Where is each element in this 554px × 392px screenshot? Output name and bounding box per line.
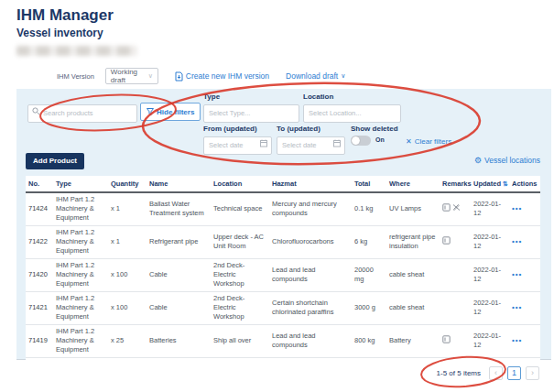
cell-where: Battery <box>386 324 440 357</box>
ihm-version-selected: Working draft <box>111 68 148 84</box>
document-download-icon <box>175 71 183 82</box>
table-row: 71419 IHM Part 1.2 Machinery & Equipment… <box>26 324 540 357</box>
gear-icon: ⚙ <box>474 157 482 165</box>
cell-updated: 2022-01-12 <box>471 291 509 324</box>
note-icon[interactable] <box>442 205 452 213</box>
cell-updated: 2022-01-12 <box>471 225 509 258</box>
note-icon[interactable] <box>442 337 452 345</box>
ihm-manager-page: { "page": { "title": "IHM Manager", "sub… <box>0 0 554 392</box>
cell-no: 71424 <box>26 192 53 225</box>
cell-name: Batteries <box>147 324 211 357</box>
cell-hazmat: Lead and lead compounds <box>269 324 352 357</box>
pencil-slash-icon[interactable] <box>452 205 462 213</box>
page-subtitle: Vessel inventory <box>16 27 103 39</box>
cell-location: 2nd Deck- Electric Workshop <box>211 291 269 324</box>
header-name: Name <box>147 176 211 192</box>
cell-location: 2nd Deck- Electric Workshop <box>211 258 269 291</box>
pagination: 1-5 of 5 items ‹ 1 › <box>437 366 539 380</box>
cell-remarks <box>440 192 471 225</box>
cell-no: 71422 <box>26 225 53 258</box>
table-row: 71420 IHM Part 1.2 Machinery & Equipment… <box>26 258 540 291</box>
inventory-table-card: No. Type Quantity Name Location Hazmat T… <box>26 176 540 360</box>
inventory-table: No. Type Quantity Name Location Hazmat T… <box>26 176 540 358</box>
cell-where: cable sheat <box>386 291 440 324</box>
table-body: 71424 IHM Part 1.2 Machinery & Equipment… <box>26 192 540 357</box>
type-filter <box>203 103 299 121</box>
cell-no: 71419 <box>26 324 53 357</box>
toggle-knob <box>352 136 360 145</box>
create-new-version-link[interactable]: Create new IHM version <box>175 71 269 82</box>
to-date-input[interactable] <box>277 136 345 155</box>
to-date-field <box>277 135 345 153</box>
sort-icon[interactable]: ⇅ <box>503 180 508 187</box>
chevron-down-icon: ∨ <box>341 72 345 80</box>
table-row: 71424 IHM Part 1.2 Machinery & Equipment… <box>26 192 540 225</box>
version-bar: IHM Version Working draft ∨ Create new I… <box>57 68 345 84</box>
table-header-row: No. Type Quantity Name Location Hazmat T… <box>26 176 540 192</box>
from-date-field <box>203 135 272 153</box>
table-row: 71422 IHM Part 1.2 Machinery & Equipment… <box>26 225 540 258</box>
location-filter-input[interactable] <box>303 104 401 123</box>
clear-filters-link[interactable]: ✕ Clear filters <box>406 137 451 146</box>
cell-quantity: x 100 <box>108 258 147 291</box>
header-no: No. <box>26 176 53 192</box>
row-actions-button[interactable]: ••• <box>509 192 540 225</box>
cell-total: 3000 g <box>352 291 386 324</box>
table-row: 71421 IHM Part 1.2 Machinery & Equipment… <box>26 291 540 324</box>
header-updated[interactable]: Updated ⇅ <box>471 176 509 192</box>
type-filter-input[interactable] <box>203 104 299 123</box>
cell-quantity: x 1 <box>108 192 147 225</box>
cell-remarks <box>440 324 471 357</box>
type-filter-label: Type <box>203 93 220 101</box>
content-section: Hide filters Type Location From (updated… <box>16 89 551 360</box>
header-remarks: Remarks <box>440 176 471 192</box>
cell-quantity: x 100 <box>108 291 147 324</box>
cell-remarks <box>440 258 471 291</box>
cell-type: IHM Part 1.2 Machinery & Equipment <box>53 258 108 291</box>
search-input[interactable] <box>27 104 137 123</box>
cell-updated: 2022-01-12 <box>471 258 509 291</box>
cell-remarks <box>440 291 471 324</box>
add-product-button[interactable]: Add Product <box>26 153 84 169</box>
search-box <box>27 103 137 121</box>
row-actions-button[interactable]: ••• <box>509 291 540 324</box>
cell-name: Cable <box>147 258 211 291</box>
pagination-prev-button[interactable]: ‹ <box>489 366 503 380</box>
download-draft-link[interactable]: Download draft ∨ <box>286 71 345 81</box>
header-type: Type <box>53 176 108 192</box>
cell-no: 71420 <box>26 258 53 291</box>
cell-updated: 2022-01-12 <box>471 324 509 357</box>
redacted-vessel-name <box>16 46 137 56</box>
note-icon[interactable] <box>442 238 452 246</box>
page-title: IHM Manager <box>16 6 114 25</box>
filter-funnel-icon <box>147 108 154 115</box>
cell-name: Refrigerant pipe <box>147 225 211 258</box>
ihm-version-select[interactable]: Working draft ∨ <box>105 68 158 84</box>
header-actions: Actions <box>509 176 540 192</box>
location-filter-label: Location <box>303 93 333 101</box>
cell-location: Technical space <box>211 192 269 225</box>
to-date-label: To (updated) <box>277 125 320 133</box>
chevron-down-icon: ∨ <box>148 72 153 80</box>
cell-quantity: x 1 <box>108 225 147 258</box>
header-quantity: Quantity <box>108 176 147 192</box>
toggle-state-label: On <box>375 136 385 143</box>
row-actions-button[interactable]: ••• <box>509 225 540 258</box>
from-date-input[interactable] <box>203 136 272 155</box>
pagination-summary: 1-5 of 5 items <box>437 369 481 377</box>
row-actions-button[interactable]: ••• <box>509 258 540 291</box>
pagination-next-button[interactable]: › <box>526 366 539 380</box>
cell-hazmat: Lead and lead compounds <box>269 258 352 291</box>
vessel-locations-link[interactable]: ⚙ Vessel locations <box>474 156 540 165</box>
header-total: Total <box>352 176 386 192</box>
cell-total: 800 kg <box>352 324 386 357</box>
pagination-page-1-button[interactable]: 1 <box>507 366 521 380</box>
cell-type: IHM Part 1.2 Machinery & Equipment <box>53 192 108 225</box>
header-location: Location <box>211 176 269 192</box>
cell-type: IHM Part 1.2 Machinery & Equipment <box>53 324 108 357</box>
row-actions-button[interactable]: ••• <box>509 324 540 357</box>
header-hazmat: Hazmat <box>269 176 352 192</box>
show-deleted-toggle[interactable] <box>351 136 371 146</box>
cell-where: cable sheat <box>386 258 440 291</box>
hide-filters-button[interactable]: Hide filters <box>140 103 201 121</box>
